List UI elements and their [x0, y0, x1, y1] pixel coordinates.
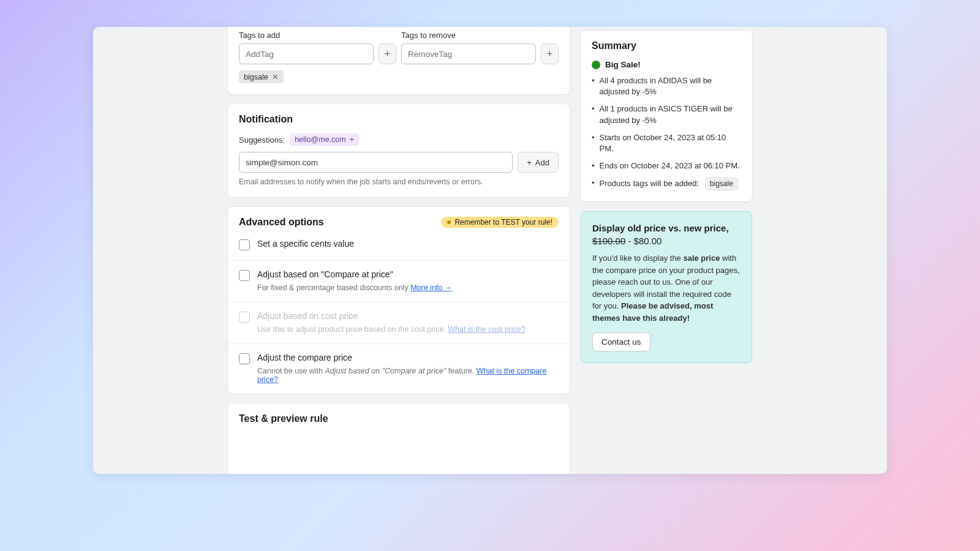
summary-item: Products tags will be added: bigsale [592, 178, 741, 190]
tags-add-label: Tags to add [239, 31, 396, 40]
app-shell: Tags to add + Tags to remove + bigsale [93, 27, 887, 474]
status-dot-icon [592, 61, 600, 69]
suggestion-chip[interactable]: hello@me.com + [290, 133, 359, 146]
option-subtext: Use this to adjust product price based o… [257, 325, 559, 334]
option-title: Set a specific cents value [257, 239, 354, 249]
new-price: $80.00 [634, 236, 662, 246]
notification-add-button[interactable]: + Add [518, 152, 559, 173]
price-display-info-card: Display old price vs. new price, $100.00… [581, 211, 752, 363]
info-title: Display old price vs. new price, [592, 222, 741, 234]
checkbox-cost-price [239, 312, 250, 323]
plus-icon: + [527, 158, 532, 167]
suggestions-label: Suggestions: [239, 135, 285, 144]
option-cost-price: Adjust based on cost price Use this to a… [228, 302, 570, 343]
close-icon[interactable]: ✕ [272, 72, 279, 81]
tag-chip-label: bigsale [244, 73, 268, 81]
option-adjust-compare: Adjust the compare price Cannot be use w… [228, 343, 570, 394]
checkbox-compare-at[interactable] [239, 270, 250, 281]
option-title: Adjust based on "Compare at price" [257, 269, 393, 279]
tags-card: Tags to add + Tags to remove + bigsale [228, 27, 570, 94]
summary-tag-pill: bigsale [705, 178, 738, 190]
badge-text: Remember to TEST your rule! [454, 218, 552, 227]
scroll-viewport[interactable]: Tags to add + Tags to remove + bigsale [93, 27, 887, 474]
tags-add-plus-button[interactable]: + [379, 43, 396, 64]
summary-heading: Summary [592, 40, 741, 51]
plus-icon: + [350, 135, 354, 144]
tag-chip[interactable]: bigsale ✕ [239, 70, 284, 83]
advanced-heading: Advanced options [239, 217, 324, 228]
tags-remove-input[interactable] [401, 43, 536, 64]
summary-item: All 4 products in ADIDAS will be adjuste… [592, 75, 741, 97]
advanced-options-card: Advanced options Remember to TEST your r… [228, 207, 570, 394]
suggestion-email: hello@me.com [295, 135, 346, 144]
tags-remove-label: Tags to remove [401, 31, 559, 40]
summary-item: Starts on October 24, 2023 at 05:10 PM. [592, 132, 741, 154]
contact-us-button[interactable]: Contact us [592, 332, 650, 351]
notification-help-text: Email addresses to notify when the job s… [239, 178, 559, 186]
option-subtext: Cannot be use with Adjust based on "Comp… [257, 367, 559, 384]
notification-card: Notification Suggestions: hello@me.com +… [228, 104, 570, 197]
checkbox-cents[interactable] [239, 239, 250, 250]
summary-item: All 1 products in ASICS TIGER will be ad… [592, 103, 741, 126]
summary-item: Ends on October 24, 2023 at 06:10 PM. [592, 160, 741, 171]
more-info-link[interactable]: More info → [410, 283, 452, 292]
main-column: Tags to add + Tags to remove + bigsale [228, 27, 570, 474]
summary-list: All 4 products in ADIDAS will be adjuste… [592, 75, 741, 190]
add-button-label: Add [535, 158, 549, 167]
checkbox-adjust-compare[interactable] [239, 353, 250, 364]
test-reminder-badge: Remember to TEST your rule! [441, 217, 559, 228]
test-heading: Test & preview rule [239, 413, 559, 424]
side-column: Summary Big Sale! All 4 products in ADID… [581, 27, 752, 474]
warning-dot-icon [447, 220, 451, 224]
info-body: If you'd like to display the sale price … [592, 252, 741, 324]
tags-remove-plus-button[interactable]: + [541, 43, 559, 64]
price-comparison: $100.00 - $80.00 [592, 236, 741, 246]
option-cents-value: Set a specific cents value [228, 230, 570, 260]
summary-card: Summary Big Sale! All 4 products in ADID… [581, 31, 752, 201]
option-title: Adjust based on cost price [257, 311, 358, 321]
page-content: Tags to add + Tags to remove + bigsale [93, 27, 887, 474]
option-subtext: For fixed & percentage based discounts o… [257, 283, 559, 292]
notification-heading: Notification [239, 114, 559, 125]
cost-price-link: What is the cost price? [448, 325, 525, 334]
tags-add-input[interactable] [239, 43, 374, 64]
test-preview-card: Test & preview rule [228, 403, 570, 474]
notification-email-input[interactable] [239, 152, 513, 173]
old-price: $100.00 [592, 236, 625, 246]
option-compare-at-price: Adjust based on "Compare at price" For f… [228, 260, 570, 302]
option-title: Adjust the compare price [257, 353, 352, 362]
summary-status-label: Big Sale! [605, 60, 641, 69]
